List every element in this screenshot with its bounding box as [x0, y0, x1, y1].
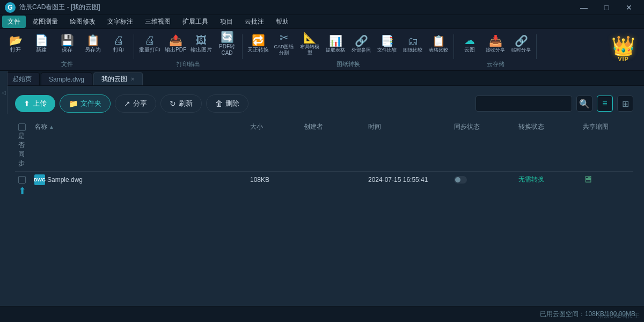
- menu-help[interactable]: 帮助: [270, 16, 294, 28]
- convert-status: 无需转换: [518, 175, 544, 184]
- ext-ref-button[interactable]: 🔗 外部参照: [349, 30, 374, 58]
- print-button[interactable]: 🖨 打印: [106, 30, 131, 58]
- export-pdf-icon: 📤: [169, 35, 182, 46]
- table-compare-button[interactable]: 📋 表格比较: [426, 30, 451, 58]
- file-type-icon: DWG: [34, 174, 45, 185]
- menu-view-measure[interactable]: 览图测量: [27, 16, 63, 28]
- cloud-icon: ☁: [464, 35, 475, 46]
- toolbar-group-print: 🖨 批量打印 📤 输出PDF 🖼 输出图片 🔄 PDF转CAD 打印输出: [134, 31, 243, 68]
- tianzheng-label: 天正转换: [247, 47, 269, 53]
- open-button[interactable]: 📂 打开: [3, 30, 28, 58]
- export-img-button[interactable]: 🖼 输出图片: [189, 30, 214, 58]
- tianzheng-button[interactable]: 🔁 天正转换: [246, 30, 270, 58]
- col-size-label: 大小: [250, 122, 263, 131]
- minimize-button[interactable]: —: [573, 2, 595, 13]
- select-all-checkbox[interactable]: [18, 123, 26, 131]
- row-checkbox[interactable]: [18, 176, 26, 184]
- new-button[interactable]: 📄 新建: [29, 30, 54, 58]
- tab-cloud[interactable]: 我的云图 ✕: [93, 72, 143, 85]
- save-button[interactable]: 💾 保存: [55, 30, 79, 58]
- save-label: 保存: [62, 47, 72, 53]
- menu-text-annotation[interactable]: 文字标注: [102, 16, 138, 28]
- tabs-bar: 起始页 Sample.dwg 我的云图 ✕: [0, 71, 644, 86]
- header-checkbox: [15, 123, 31, 131]
- tianzheng-icon: 🔁: [252, 35, 265, 46]
- refresh-button[interactable]: ↻ 刷新: [160, 94, 202, 113]
- drawing-compare-icon: 🗂: [407, 35, 418, 46]
- tab-cloud-label: 我的云图: [101, 75, 127, 84]
- file-name: Sample.dwg: [47, 176, 83, 184]
- shared-map-icon[interactable]: 🖥: [583, 174, 592, 185]
- row-checkbox-cell: [15, 176, 31, 184]
- tab-start-label: 起始页: [12, 75, 32, 84]
- cloud-button[interactable]: ☁ 云图: [457, 30, 482, 58]
- sync-toggle[interactable]: [454, 176, 467, 184]
- export-img-label: 输出图片: [191, 47, 212, 53]
- cloud-sync-icon[interactable]: ⬆: [18, 185, 26, 197]
- menu-draw-edit[interactable]: 绘图修改: [64, 16, 101, 28]
- temp-share-icon: 🔗: [515, 35, 528, 46]
- batch-print-label: 批量打印: [139, 47, 160, 53]
- menu-extend-tools[interactable]: 扩展工具: [177, 16, 214, 28]
- receive-share-button[interactable]: 📥 接收分享: [483, 30, 508, 58]
- temp-share-button[interactable]: 🔗 临时分享: [509, 30, 533, 58]
- upload-label: 上传: [33, 99, 47, 108]
- toolbar-group-convert: 🔁 天正转换 ✂ CAD图纸分割 📐 布局转模型 📊 提取表格 🔗 外部参照 📑: [243, 31, 454, 68]
- menu-3d-view[interactable]: 三维视图: [140, 16, 176, 28]
- list-view-button[interactable]: ≡: [597, 96, 613, 112]
- print-group-label: 打印输出: [177, 59, 200, 68]
- close-button[interactable]: ✕: [618, 2, 640, 13]
- folder-button[interactable]: 📁 文件夹: [60, 94, 111, 113]
- header-size: 大小: [247, 122, 301, 131]
- vip-badge[interactable]: 👑 VIP: [603, 31, 644, 68]
- saveas-icon: 📋: [86, 35, 100, 46]
- pdf-to-cad-button[interactable]: 🔄 PDF转CAD: [215, 30, 239, 58]
- delete-button[interactable]: 🗑 删除: [206, 94, 248, 113]
- refresh-label: 刷新: [179, 99, 193, 108]
- grid-view-button[interactable]: ⊞: [617, 96, 633, 112]
- search-icon-button[interactable]: 🔍: [576, 96, 592, 112]
- cloud-label: 云图: [464, 47, 475, 53]
- table-compare-icon: 📋: [432, 35, 445, 46]
- search-icon: 🔍: [579, 99, 590, 109]
- header-is-sync: 是否同步: [15, 131, 31, 168]
- list-view-icon: ≡: [602, 99, 607, 108]
- header-convert-status: 转换状态: [515, 122, 580, 131]
- saveas-button[interactable]: 📋 另存为: [80, 30, 105, 58]
- tab-sample[interactable]: Sample.dwg: [41, 72, 92, 85]
- folder-icon: 📁: [69, 99, 78, 108]
- cad-split-button[interactable]: ✂ CAD图纸分割: [272, 30, 296, 58]
- layout-model-icon: 📐: [303, 32, 317, 43]
- table-row: DWG Sample.dwg 108KB 2024-07-15 16:55:41: [15, 172, 633, 200]
- share-icon: ↗: [124, 99, 130, 108]
- share-label: 分享: [133, 99, 147, 108]
- menu-project[interactable]: 项目: [215, 16, 238, 28]
- tab-cloud-close[interactable]: ✕: [130, 76, 135, 82]
- share-button[interactable]: ↗ 分享: [115, 94, 156, 113]
- menu-cloud-annotation[interactable]: 云批注: [239, 16, 269, 28]
- row-size-cell: 108KB: [247, 176, 301, 184]
- menu-file[interactable]: 文件: [2, 16, 26, 28]
- file-table: 名称 ▲ 大小 创建者 时间 同步状态 转换状态: [15, 119, 633, 297]
- toggle-dot: [455, 177, 460, 182]
- tab-start[interactable]: 起始页: [4, 72, 40, 85]
- file-compare-button[interactable]: 📑 文件比较: [375, 30, 399, 58]
- extract-table-button[interactable]: 📊 提取表格: [323, 30, 348, 58]
- col-convert-label: 转换状态: [518, 122, 544, 131]
- cloud-panel: ⬆ 上传 📁 文件夹 ↗ 分享 ↻ 刷新 🗑 删除 �: [0, 86, 644, 306]
- col-creator-label: 创建者: [304, 122, 323, 131]
- maximize-button[interactable]: □: [596, 2, 617, 13]
- layout-model-button[interactable]: 📐 布局转模型: [297, 30, 322, 58]
- upload-button[interactable]: ⬆ 上传: [15, 95, 55, 112]
- cad-split-label: CAD图纸分割: [273, 44, 295, 56]
- convert-buttons: 🔁 天正转换 ✂ CAD图纸分割 📐 布局转模型 📊 提取表格 🔗 外部参照 📑: [246, 30, 451, 59]
- file-compare-label: 文件比较: [377, 47, 397, 53]
- drawing-compare-button[interactable]: 🗂 图纸比较: [400, 30, 425, 58]
- file-compare-icon: 📑: [380, 35, 394, 46]
- grid-view-icon: ⊞: [622, 99, 629, 109]
- export-pdf-button[interactable]: 📤 输出PDF: [163, 30, 188, 58]
- search-input[interactable]: [475, 96, 572, 112]
- header-sync-status: 同步状态: [451, 122, 515, 131]
- batch-print-button[interactable]: 🖨 批量打印: [137, 30, 162, 58]
- left-panel-handle[interactable]: ◁: [0, 86, 8, 114]
